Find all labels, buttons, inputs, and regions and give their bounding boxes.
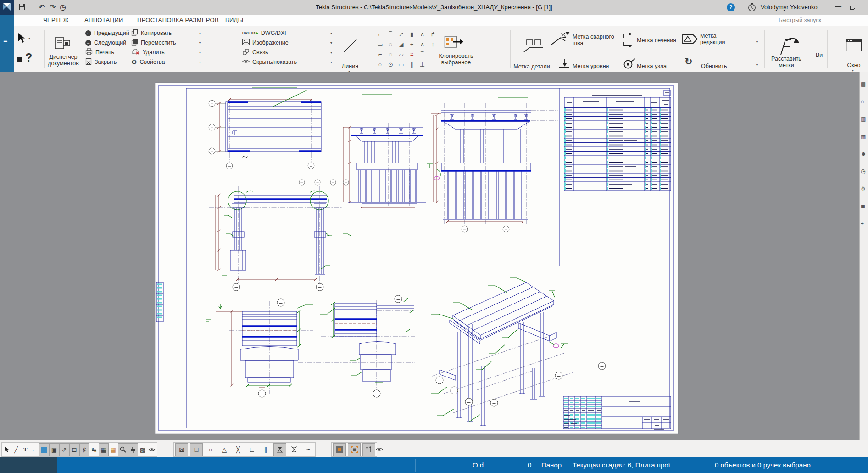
tb-blue-fill-icon[interactable] <box>39 443 49 456</box>
tb-magnifier-icon[interactable] <box>118 443 128 456</box>
link-button[interactable]: Связь ▾ <box>242 48 332 57</box>
line-tool-button[interactable]: Линия <box>338 63 362 69</box>
image-dropdown-icon[interactable]: ▾ <box>330 41 332 45</box>
refresh-icon[interactable]: ↻ <box>684 56 693 67</box>
document-manager-button[interactable]: Диспетчер документов <box>44 54 83 67</box>
side-transport-icon[interactable]: ▥ <box>861 115 868 123</box>
select-tool-icon[interactable] <box>17 33 26 46</box>
tab-annotations[interactable]: АННОТАЦИИ <box>82 15 126 26</box>
sketch-perpendicular-icon[interactable]: ⊥ <box>417 60 428 70</box>
window-button[interactable]: Окно <box>843 62 864 68</box>
handle-corners-icon[interactable] <box>348 443 361 456</box>
tb-view-select-icon[interactable]: ⊟ <box>69 443 79 456</box>
help-icon[interactable]: ? <box>727 3 735 11</box>
snap-circle-icon[interactable]: ○ <box>205 444 217 456</box>
move-dropdown-icon[interactable]: ▾ <box>199 41 201 45</box>
user-name[interactable]: Volodymyr Yalovenko <box>761 0 818 15</box>
snap-box-icon[interactable]: ⊠ <box>175 443 188 456</box>
sketch-strike-icon[interactable]: ≠ <box>406 50 417 60</box>
sketch-circle-dashed-icon[interactable]: ◌ <box>385 50 396 60</box>
properties-button[interactable]: ⚙ Свойства ▾ <box>131 57 201 67</box>
side-notes-icon[interactable]: ▤ <box>861 80 868 88</box>
tb-weld-icon[interactable]: ⌐ <box>30 444 39 456</box>
ribbon-restore-icon[interactable] <box>851 28 857 36</box>
image-button[interactable]: Изображение ▾ <box>242 38 332 47</box>
sketch-bent-arrow-icon[interactable]: ↱ <box>428 29 438 39</box>
link-dropdown-icon[interactable]: ▾ <box>330 51 332 55</box>
marks-dropdown-icon-1[interactable]: ▾ <box>756 40 758 44</box>
mark-section-icon[interactable] <box>622 32 633 51</box>
sketch-ellipse-icon[interactable]: ○ <box>375 60 385 70</box>
tb-spray-icon[interactable]: ⇗ <box>59 443 69 456</box>
tb-fence-icon[interactable]: ♯ <box>79 443 89 456</box>
clone-selected-icon[interactable] <box>444 34 463 51</box>
snap-freehand-icon[interactable]: ~ <box>302 444 314 456</box>
sketch-curve-icon[interactable]: ⌒ <box>417 50 428 60</box>
snap-perpendicular-icon[interactable]: ∟ <box>246 444 258 456</box>
handle-fill-icon[interactable] <box>333 443 346 456</box>
tb-line-icon[interactable]: ╱ <box>11 444 21 456</box>
delete-dropdown-icon[interactable]: ▾ <box>199 51 201 55</box>
side-warehouse-icon[interactable]: ⌂ <box>861 98 868 105</box>
tb-visibility-icon[interactable] <box>147 444 156 456</box>
side-add-icon[interactable]: + <box>861 220 868 227</box>
tb-grid-faded-icon[interactable]: ▦ <box>109 444 118 456</box>
snap-hourglass-icon[interactable] <box>273 443 286 456</box>
sketch-parallel-icon[interactable]: ∥ <box>406 60 417 70</box>
sketch-angle-icon[interactable]: ∧ <box>417 29 428 39</box>
quick-launch-input[interactable]: Быстрый запуск <box>779 15 821 26</box>
tab-views[interactable]: ВИДЫ <box>223 15 246 26</box>
toolbar-eye-icon[interactable] <box>373 443 385 455</box>
window-icon[interactable] <box>846 38 862 54</box>
tb-text-icon[interactable]: T <box>21 444 30 456</box>
minimize-button[interactable]: — <box>835 2 841 10</box>
snap-square-icon[interactable]: □ <box>190 443 203 456</box>
document-manager-icon[interactable] <box>54 36 71 52</box>
side-profile-icon[interactable]: ☻ <box>861 150 868 158</box>
sketch-bold-line-icon[interactable]: ▮ <box>406 29 417 39</box>
clone-selected-button[interactable]: Клонировать выбранное <box>435 53 477 66</box>
sketch-cross-icon[interactable]: + <box>406 39 417 50</box>
sketch-arc-points-icon[interactable]: ◌ <box>385 39 396 50</box>
tb-part-select-icon[interactable]: ▣ <box>49 443 59 456</box>
copy-dropdown-icon[interactable]: ▾ <box>199 31 201 35</box>
snap-cross-icon[interactable]: ╳ <box>232 444 244 456</box>
mark-level-icon[interactable] <box>558 58 570 71</box>
mark-revision-button[interactable]: Метка редакции <box>700 33 734 46</box>
mark-weld-button[interactable]: Метка сварного шва <box>573 34 624 47</box>
tb-plug-icon[interactable] <box>128 443 138 456</box>
sketch-polyline-icon[interactable]: ⌐ <box>375 29 385 39</box>
dwg-dropdown-icon[interactable]: ▾ <box>330 31 332 35</box>
sketch-arc-icon[interactable]: ⌒ <box>385 29 396 39</box>
prev-button[interactable]: ←Предыдущий <box>85 28 129 38</box>
drawing-canvas[interactable]: ▤ ⌂ ▥ ▦ ☻ ◷ ⚙ ◼ + <box>0 72 868 440</box>
drawing-sheet[interactable] <box>0 72 868 440</box>
dwg-dxf-button[interactable]: DWG DXF+ DWG/DXF ▾ <box>242 28 332 38</box>
tb-dimension-icon[interactable]: ↹ <box>89 444 99 456</box>
marks-dropdown-icon-2[interactable]: ▾ <box>756 63 758 67</box>
mark-node-icon[interactable] <box>623 57 636 72</box>
next-button[interactable]: →Следующий <box>85 38 126 47</box>
menu-icon[interactable]: ≡ <box>3 38 7 46</box>
sketch-circle-center-icon[interactable]: ⊙ <box>385 60 396 70</box>
mark-level-button[interactable]: Метка уровня <box>573 63 618 69</box>
sketch-peak-icon[interactable]: ∧ <box>417 39 428 50</box>
side-history-icon[interactable]: ◷ <box>861 168 868 175</box>
mark-node-button[interactable]: Метка узла <box>637 63 678 69</box>
mark-revision-icon[interactable] <box>682 34 698 46</box>
trial-timer-icon[interactable] <box>748 3 756 13</box>
tb-pattern-icon[interactable]: ▩ <box>138 444 147 456</box>
snap-hourglass-points-icon[interactable] <box>288 444 300 456</box>
place-marks-button[interactable]: Расставить метки <box>765 56 807 69</box>
sketch-up-arrow-icon[interactable]: ↑ <box>428 39 438 50</box>
properties-dropdown-icon[interactable]: ▾ <box>199 60 201 64</box>
print-button[interactable]: Печать <box>85 48 114 57</box>
side-settings-icon[interactable]: ⚙ <box>861 185 868 192</box>
hide-show-dropdown-icon[interactable]: ▾ <box>330 60 332 64</box>
hide-show-button[interactable]: Скрыть/показать ▾ <box>242 57 332 67</box>
side-printer-icon[interactable]: ◼ <box>861 203 868 210</box>
refresh-button[interactable]: Обновить <box>701 63 738 69</box>
sketch-corner-icon[interactable]: ⌐ <box>375 50 385 60</box>
mark-section-button[interactable]: Метка сечения <box>637 37 683 44</box>
sketch-leader-icon[interactable]: ↗ <box>396 29 406 39</box>
